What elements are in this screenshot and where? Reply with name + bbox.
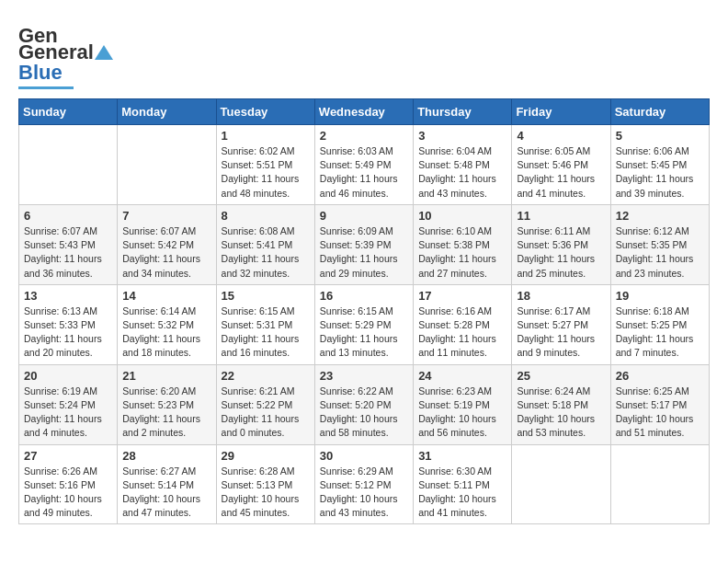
day-number: 31: [418, 449, 506, 463]
calendar-week-row: 6Sunrise: 6:07 AM Sunset: 5:43 PM Daylig…: [19, 204, 710, 284]
day-info: Sunrise: 6:12 AM Sunset: 5:35 PM Dayligh…: [616, 224, 704, 281]
day-info: Sunrise: 6:07 AM Sunset: 5:43 PM Dayligh…: [24, 224, 112, 281]
calendar-cell: [610, 444, 709, 524]
calendar-week-row: 20Sunrise: 6:19 AM Sunset: 5:24 PM Dayli…: [19, 364, 710, 444]
day-info: Sunrise: 6:25 AM Sunset: 5:17 PM Dayligh…: [616, 385, 704, 441]
day-info: Sunrise: 6:30 AM Sunset: 5:11 PM Dayligh…: [418, 465, 506, 521]
day-number: 27: [24, 449, 112, 463]
day-number: 30: [320, 449, 408, 463]
col-header-saturday: Saturday: [610, 99, 709, 125]
day-info: Sunrise: 6:26 AM Sunset: 5:16 PM Dayligh…: [24, 465, 112, 521]
day-info: Sunrise: 6:20 AM Sunset: 5:23 PM Dayligh…: [122, 385, 210, 441]
day-info: Sunrise: 6:15 AM Sunset: 5:31 PM Dayligh…: [222, 304, 310, 361]
day-info: Sunrise: 6:16 AM Sunset: 5:28 PM Dayligh…: [418, 304, 506, 361]
day-info: Sunrise: 6:07 AM Sunset: 5:42 PM Dayligh…: [122, 224, 210, 281]
calendar-header-row: SundayMondayTuesdayWednesdayThursdayFrid…: [19, 99, 710, 125]
day-number: 26: [616, 369, 704, 383]
day-info: Sunrise: 6:14 AM Sunset: 5:32 PM Dayligh…: [122, 304, 210, 361]
calendar-cell: 27Sunrise: 6:26 AM Sunset: 5:16 PM Dayli…: [19, 444, 118, 524]
svg-marker-1: [95, 45, 113, 60]
day-number: 1: [222, 129, 310, 143]
day-info: Sunrise: 6:17 AM Sunset: 5:27 PM Dayligh…: [517, 304, 605, 361]
day-number: 5: [616, 129, 704, 143]
col-header-thursday: Thursday: [414, 99, 512, 125]
day-number: 2: [320, 129, 408, 143]
calendar-cell: 11Sunrise: 6:11 AM Sunset: 5:36 PM Dayli…: [512, 204, 610, 284]
day-number: 17: [418, 289, 506, 303]
col-header-sunday: Sunday: [19, 99, 118, 125]
day-info: Sunrise: 6:22 AM Sunset: 5:20 PM Dayligh…: [320, 385, 408, 441]
calendar-table: SundayMondayTuesdayWednesdayThursdayFrid…: [18, 98, 710, 524]
day-info: Sunrise: 6:13 AM Sunset: 5:33 PM Dayligh…: [24, 304, 112, 361]
calendar-cell: 23Sunrise: 6:22 AM Sunset: 5:20 PM Dayli…: [314, 364, 413, 444]
day-number: 10: [418, 209, 506, 223]
day-number: 22: [222, 369, 310, 383]
day-number: 15: [222, 289, 310, 303]
day-info: Sunrise: 6:05 AM Sunset: 5:46 PM Dayligh…: [517, 144, 605, 201]
calendar-cell: 12Sunrise: 6:12 AM Sunset: 5:35 PM Dayli…: [610, 204, 709, 284]
day-info: Sunrise: 6:21 AM Sunset: 5:22 PM Dayligh…: [222, 385, 310, 441]
day-number: 24: [418, 369, 506, 383]
calendar-cell: 10Sunrise: 6:10 AM Sunset: 5:38 PM Dayli…: [414, 204, 512, 284]
day-number: 19: [616, 289, 704, 303]
day-number: 16: [320, 289, 408, 303]
calendar-cell: 19Sunrise: 6:18 AM Sunset: 5:25 PM Dayli…: [610, 284, 709, 364]
day-info: Sunrise: 6:08 AM Sunset: 5:41 PM Dayligh…: [222, 224, 310, 281]
day-number: 3: [418, 129, 506, 143]
calendar-cell: [118, 125, 216, 205]
calendar-cell: 5Sunrise: 6:06 AM Sunset: 5:45 PM Daylig…: [610, 125, 709, 205]
calendar-cell: 29Sunrise: 6:28 AM Sunset: 5:13 PM Dayli…: [216, 444, 314, 524]
col-header-monday: Monday: [118, 99, 216, 125]
calendar-cell: [512, 444, 610, 524]
calendar-cell: 30Sunrise: 6:29 AM Sunset: 5:12 PM Dayli…: [314, 444, 413, 524]
day-number: 21: [122, 369, 210, 383]
calendar-cell: 28Sunrise: 6:27 AM Sunset: 5:14 PM Dayli…: [118, 444, 216, 524]
day-info: Sunrise: 6:04 AM Sunset: 5:48 PM Dayligh…: [418, 144, 506, 201]
day-info: Sunrise: 6:06 AM Sunset: 5:45 PM Dayligh…: [616, 144, 704, 201]
calendar-cell: 2Sunrise: 6:03 AM Sunset: 5:49 PM Daylig…: [314, 125, 413, 205]
calendar-cell: 21Sunrise: 6:20 AM Sunset: 5:23 PM Dayli…: [118, 364, 216, 444]
day-number: 28: [122, 449, 210, 463]
col-header-tuesday: Tuesday: [216, 99, 314, 125]
day-info: Sunrise: 6:19 AM Sunset: 5:24 PM Dayligh…: [24, 385, 112, 441]
day-info: Sunrise: 6:29 AM Sunset: 5:12 PM Dayligh…: [320, 465, 408, 521]
calendar-cell: [19, 125, 118, 205]
day-info: Sunrise: 6:24 AM Sunset: 5:18 PM Dayligh…: [517, 385, 605, 441]
calendar-week-row: 27Sunrise: 6:26 AM Sunset: 5:16 PM Dayli…: [19, 444, 710, 524]
calendar-cell: 1Sunrise: 6:02 AM Sunset: 5:51 PM Daylig…: [216, 125, 314, 205]
day-info: Sunrise: 6:23 AM Sunset: 5:19 PM Dayligh…: [418, 385, 506, 441]
calendar-cell: 17Sunrise: 6:16 AM Sunset: 5:28 PM Dayli…: [414, 284, 512, 364]
day-info: Sunrise: 6:02 AM Sunset: 5:51 PM Dayligh…: [222, 144, 310, 201]
calendar-cell: 24Sunrise: 6:23 AM Sunset: 5:19 PM Dayli…: [414, 364, 512, 444]
day-number: 20: [24, 369, 112, 383]
day-info: Sunrise: 6:27 AM Sunset: 5:14 PM Dayligh…: [122, 465, 210, 521]
calendar-cell: 7Sunrise: 6:07 AM Sunset: 5:42 PM Daylig…: [118, 204, 216, 284]
calendar-cell: 16Sunrise: 6:15 AM Sunset: 5:29 PM Dayli…: [314, 284, 413, 364]
day-number: 23: [320, 369, 408, 383]
day-number: 18: [517, 289, 605, 303]
calendar-cell: 18Sunrise: 6:17 AM Sunset: 5:27 PM Dayli…: [512, 284, 610, 364]
calendar-cell: 25Sunrise: 6:24 AM Sunset: 5:18 PM Dayli…: [512, 364, 610, 444]
day-number: 14: [122, 289, 210, 303]
day-info: Sunrise: 6:10 AM Sunset: 5:38 PM Dayligh…: [418, 224, 506, 281]
day-info: Sunrise: 6:15 AM Sunset: 5:29 PM Dayligh…: [320, 304, 408, 361]
page-header: General General Blue: [18, 18, 710, 89]
calendar-cell: 13Sunrise: 6:13 AM Sunset: 5:33 PM Dayli…: [19, 284, 118, 364]
calendar-week-row: 13Sunrise: 6:13 AM Sunset: 5:33 PM Dayli…: [19, 284, 710, 364]
day-info: Sunrise: 6:18 AM Sunset: 5:25 PM Dayligh…: [616, 304, 704, 361]
calendar-cell: 15Sunrise: 6:15 AM Sunset: 5:31 PM Dayli…: [216, 284, 314, 364]
logo: General General Blue: [18, 18, 113, 89]
day-info: Sunrise: 6:11 AM Sunset: 5:36 PM Dayligh…: [517, 224, 605, 281]
calendar-cell: 20Sunrise: 6:19 AM Sunset: 5:24 PM Dayli…: [19, 364, 118, 444]
day-number: 11: [517, 209, 605, 223]
day-number: 6: [24, 209, 112, 223]
calendar-cell: 26Sunrise: 6:25 AM Sunset: 5:17 PM Dayli…: [610, 364, 709, 444]
col-header-friday: Friday: [512, 99, 610, 125]
logo-underline: [18, 86, 74, 89]
calendar-cell: 8Sunrise: 6:08 AM Sunset: 5:41 PM Daylig…: [216, 204, 314, 284]
day-number: 13: [24, 289, 112, 303]
calendar-week-row: 1Sunrise: 6:02 AM Sunset: 5:51 PM Daylig…: [19, 125, 710, 205]
day-info: Sunrise: 6:09 AM Sunset: 5:39 PM Dayligh…: [320, 224, 408, 281]
day-number: 29: [222, 449, 310, 463]
calendar-cell: 31Sunrise: 6:30 AM Sunset: 5:11 PM Dayli…: [414, 444, 512, 524]
